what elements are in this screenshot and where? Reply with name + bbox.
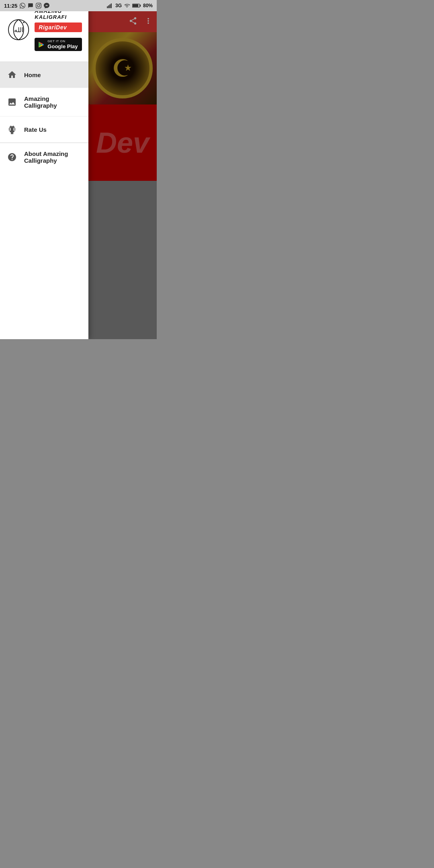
svg-rect-3 <box>111 3 112 8</box>
svg-text:★: ★ <box>23 20 25 23</box>
svg-rect-6 <box>140 4 141 6</box>
google-play-icon <box>38 41 45 48</box>
status-bar: 11:25 3G 80% <box>0 0 157 11</box>
android-icon <box>6 124 18 135</box>
network-type: 3G <box>115 3 122 8</box>
menu-item-rate-us[interactable]: Rate Us <box>0 117 88 143</box>
get-it-on-label: GET IT ON <box>47 39 78 43</box>
rigari-badge-text: Rigari <box>39 24 56 31</box>
svg-rect-2 <box>109 4 110 8</box>
navigation-drawer: الله ★ AMAZING KALIGRAFI RigariDev <box>0 0 88 339</box>
rigari-badge[interactable]: RigariDev <box>35 23 82 32</box>
instagram-icon <box>36 3 41 8</box>
chat-icon <box>28 3 33 8</box>
wifi-icon <box>124 3 130 8</box>
store-name-label: Google Play <box>47 43 78 50</box>
status-right: 3G 80% <box>107 3 153 8</box>
header-text-block: AMAZING KALIGRAFI RigariDev <box>35 8 82 51</box>
menu-item-home[interactable]: Home <box>0 62 88 88</box>
signal-icon <box>107 3 113 8</box>
dev-suffix: Dev <box>56 24 67 31</box>
google-play-text: GET IT ON Google Play <box>47 39 78 49</box>
menu-calligraphy-label: Amazing Calligraphy <box>24 95 82 109</box>
menu-home-label: Home <box>24 72 41 78</box>
google-play-badge[interactable]: GET IT ON Google Play <box>35 38 82 51</box>
menu-item-about[interactable]: About Amazing Calligraphy <box>0 143 88 172</box>
messenger-icon <box>44 3 49 8</box>
status-time: 11:25 <box>4 3 17 9</box>
battery-icon <box>132 3 141 8</box>
svg-rect-0 <box>107 6 108 8</box>
menu-about-label: About Amazing Calligraphy <box>24 150 82 164</box>
battery-percent: 80% <box>143 3 153 8</box>
home-icon <box>6 69 18 80</box>
menu-item-amazing-calligraphy[interactable]: Amazing Calligraphy <box>0 88 88 117</box>
drawer-menu: Home Amazing Calligraphy Rate Us <box>0 62 88 339</box>
svg-text:الله: الله <box>14 27 23 33</box>
menu-rate-us-label: Rate Us <box>24 126 47 133</box>
whatsapp-icon <box>20 3 25 8</box>
image-icon <box>6 96 18 108</box>
help-icon <box>6 151 18 163</box>
overlay <box>88 11 157 339</box>
status-left: 11:25 <box>4 3 49 9</box>
svg-rect-5 <box>133 4 138 7</box>
app-logo: الله ★ <box>6 14 31 45</box>
svg-rect-1 <box>108 5 109 8</box>
drawer-logo-row: الله ★ AMAZING KALIGRAFI RigariDev <box>6 8 82 51</box>
